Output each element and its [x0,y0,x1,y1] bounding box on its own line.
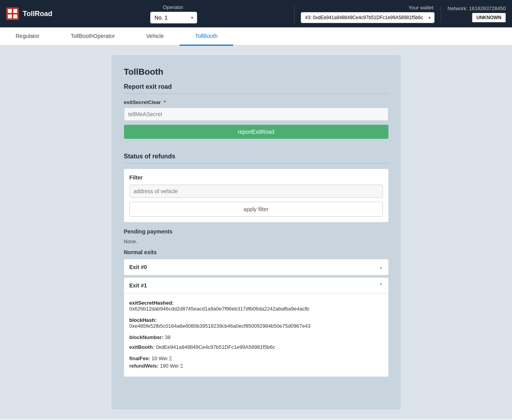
exit-booth-inline: exitBooth: 0xdEe941a948849Ce4c97b51DFc1e… [129,344,383,350]
refund-weis-field: refundWeis: 190 Wei Ξ [129,363,383,369]
exit-0-header[interactable]: Exit #0 ⌄ [124,259,388,275]
exit-1-label: Exit #1 [129,282,147,289]
wallet-select[interactable]: #3: 0xdEe941a948849Ce4c97b51DFc1e99A5898… [301,12,435,23]
apply-filter-button[interactable]: apply filter [129,202,383,217]
exit-1-chevron-icon: ⌃ [379,283,383,288]
report-exit-button[interactable]: reportExitRoad [124,125,388,139]
main-content: TollBooth Report exit road exitSecretCle… [0,46,512,419]
filter-box: Filter apply filter [124,169,388,222]
header: TollRoad Operator: No. 1 No. 2 No. 3 You… [0,0,512,27]
block-number-field: blockNumber: 38 [129,334,383,340]
normal-exits-title: Normal exits [124,249,388,255]
exit-0-accordion: Exit #0 ⌄ [124,259,388,275]
network-section: Network: 1616263728450 UNKNOWN [441,5,506,22]
network-label: Network: 1616263728450 [447,5,506,11]
exit-1-accordion: Exit #1 ⌃ exitSecretHashed: 0x626b12dab9… [124,278,388,377]
final-fee-field: finalFee: 10 Wei Ξ [129,355,383,361]
filter-title: Filter [129,174,383,181]
exit-secret-hashed-label: exitSecretHashed: [129,300,383,306]
exit-secret-input[interactable] [124,108,388,121]
exit-secret-label: exitSecretClear * [124,99,388,105]
exit-booth-field: exitBooth: 0xdEe941a948849Ce4c97b51DFc1e… [129,344,383,350]
operator-label: Operator: [163,4,185,10]
block-number-value: 38 [165,334,171,340]
svg-rect-4 [13,14,17,18]
navigation: Regulator TollBoothOperator Vehicle Toll… [0,27,512,46]
logo-icon [6,7,19,20]
svg-rect-2 [13,9,17,13]
status-refunds-section: Status of refunds Filter apply filter Pe… [124,153,388,377]
refund-weis-value: 190 Wei Ξ [160,363,183,369]
report-exit-title: Report exit road [124,83,388,94]
svg-rect-1 [8,9,12,13]
required-marker: * [164,99,166,105]
exit-secret-hashed-field: exitSecretHashed: 0x626b12dab946cdd2d874… [129,300,383,312]
status-refunds-title: Status of refunds [124,153,388,163]
page-title: TollBooth [124,67,388,77]
wallet-select-wrapper[interactable]: #3: 0xdEe941a948849Ce4c97b51DFc1e99A5898… [301,12,435,23]
block-hash-field: blockHash: 0xe485fe52fb5c0164a6e6080b395… [129,317,383,329]
normal-exits-section: Normal exits Exit #0 ⌄ Exit #1 ⌃ [124,249,388,377]
nav-item-tollbooth[interactable]: TollBooth [180,27,234,46]
exit-secret-hashed-value: 0x626b12dab946cdd2d8745eacd1a9a0e7f96eb3… [129,306,383,312]
final-fee-label: finalFee: [129,355,152,361]
block-number-label: blockNumber: [129,334,165,340]
operator-section: Operator: No. 1 No. 2 No. 3 [59,4,288,23]
refund-weis-label: refundWeis: [129,363,160,369]
wallet-label: Your wallet: [408,5,435,11]
app-logo: TollRoad [6,7,53,20]
nav-item-tollboothoperator[interactable]: TollBoothOperator [55,27,131,46]
pending-payments-none: None. [124,239,388,244]
pending-payments-section: Pending payments None. [124,228,388,244]
content-card: TollBooth Report exit road exitSecretCle… [111,55,401,409]
operator-select[interactable]: No. 1 No. 2 No. 3 [150,12,197,23]
exit-booth-value: 0xdEe941a948849Ce4c97b51DFc1e99A58981f5b… [156,344,275,350]
app-title: TollRoad [23,10,52,18]
nav-item-regulator[interactable]: Regulator [0,27,55,46]
vehicle-address-input[interactable] [129,185,383,198]
block-hash-label: blockHash: [129,317,383,323]
final-fee-value: 10 Wei Ξ [152,355,172,361]
network-badge: UNKNOWN [472,13,506,22]
pending-payments-title: Pending payments [124,228,388,235]
report-exit-section: Report exit road exitSecretClear * repor… [124,83,388,145]
nav-item-vehicle[interactable]: Vehicle [131,27,180,46]
exit-1-header[interactable]: Exit #1 ⌃ [124,278,388,294]
svg-rect-3 [8,14,12,18]
operator-select-wrapper[interactable]: No. 1 No. 2 No. 3 [150,12,197,23]
exit-0-chevron-icon: ⌄ [379,264,383,270]
exit-1-body: exitSecretHashed: 0x626b12dab946cdd2d874… [124,294,388,377]
block-hash-value: 0xe485fe52fb5c0164a6e6080b39518239cb46a0… [129,323,383,329]
exit-0-label: Exit #0 [129,264,147,270]
wallet-section: Your wallet: #3: 0xdEe941a948849Ce4c97b5… [294,5,435,23]
exit-booth-label: exitBooth: [129,344,156,350]
